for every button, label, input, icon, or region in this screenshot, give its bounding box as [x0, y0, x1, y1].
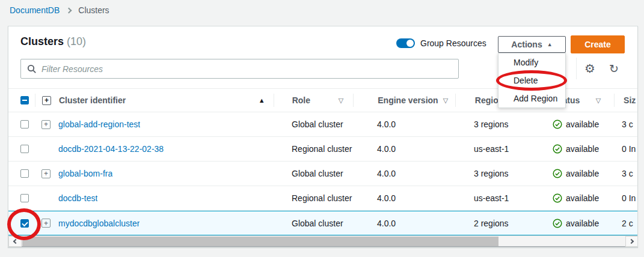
row-checkbox[interactable]	[20, 169, 29, 178]
column-size[interactable]: Siz	[615, 89, 638, 112]
sort-ascending-icon[interactable]: ▲	[259, 97, 265, 104]
available-check-icon	[553, 219, 562, 228]
chevron-left-icon	[13, 239, 18, 244]
menu-item-add-region[interactable]: Add Region	[498, 89, 565, 107]
row-checkbox[interactable]	[20, 120, 29, 128]
status-text: available	[566, 169, 599, 178]
role-cell: Global cluster	[274, 112, 353, 136]
status-cell: available	[544, 112, 613, 136]
breadcrumb-documentdb-link[interactable]: DocumentDB	[10, 5, 60, 15]
breadcrumb-current: Clusters	[78, 5, 109, 15]
cluster-identifier-link[interactable]: mydocdbglobalcluster	[58, 219, 140, 228]
available-check-icon	[553, 169, 562, 178]
actions-button[interactable]: Actions ▲	[498, 36, 566, 53]
role-cell: Global cluster	[274, 211, 353, 235]
size-cell: 3 c	[613, 162, 637, 186]
engine-cell: 4.0.0	[353, 186, 455, 210]
menu-item-modify[interactable]: Modify	[498, 53, 565, 71]
group-resources-label: Group Resources	[420, 38, 486, 48]
select-all-checkbox[interactable]	[20, 96, 29, 104]
table-row: docdb-2021-04-13-22-02-38 Regional clust…	[8, 137, 638, 162]
region-cell: 2 regions	[455, 211, 544, 235]
status-cell: available	[544, 186, 613, 210]
cluster-count: (10)	[67, 35, 86, 47]
cluster-identifier-link[interactable]: global-bom-fra	[58, 169, 112, 178]
expand-all-icon[interactable]: +	[42, 96, 51, 105]
engine-cell: 4.0.0	[353, 211, 455, 235]
toggle-knob	[406, 40, 414, 47]
row-checkbox-checked[interactable]	[20, 219, 29, 228]
scroll-left-button[interactable]	[8, 236, 22, 247]
status-cell: available	[544, 162, 613, 186]
available-check-icon	[553, 193, 562, 203]
horizontal-scrollbar[interactable]	[8, 235, 638, 247]
size-cell: 0 In	[613, 186, 637, 210]
engine-cell: 4.0.0	[353, 137, 455, 161]
page-title: Clusters (10)	[20, 35, 86, 48]
expand-row-icon[interactable]: +	[41, 219, 51, 228]
breadcrumb: DocumentDB Clusters	[10, 5, 109, 15]
expand-row-icon[interactable]: +	[41, 120, 51, 129]
role-cell: Regional cluster	[274, 137, 353, 161]
table-body: + global-add-region-test Global cluster …	[8, 112, 638, 235]
table-row: docdb-test Regional cluster 4.0.0 us-eas…	[8, 186, 638, 211]
chevron-up-icon: ▲	[547, 41, 553, 47]
size-cell: 3 c	[613, 112, 637, 136]
search-icon	[27, 64, 37, 74]
expand-row-icon[interactable]: +	[41, 169, 51, 178]
status-text: available	[566, 119, 599, 129]
scroll-right-button[interactable]	[625, 236, 638, 247]
table-row: + global-bom-fra Global cluster 4.0.0 3 …	[8, 162, 638, 186]
settings-gear-icon[interactable]: ⚙	[581, 60, 598, 77]
clusters-panel: Clusters (10) Group Resources Actions ▲ …	[8, 26, 638, 247]
menu-item-delete[interactable]: Delete	[498, 71, 565, 89]
status-cell: available	[544, 211, 613, 235]
available-check-icon	[553, 119, 562, 129]
scrollbar-thumb[interactable]	[22, 237, 498, 246]
filter-resources-input[interactable]	[41, 64, 452, 74]
filter-resources-box	[20, 59, 459, 79]
actions-dropdown-menu: Modify Delete Add Region	[498, 53, 566, 108]
column-cluster-identifier[interactable]: + Cluster identifier ▲	[35, 89, 274, 112]
cluster-identifier-link[interactable]: docdb-test	[58, 193, 97, 203]
available-check-icon	[553, 144, 562, 154]
status-text: available	[566, 144, 599, 154]
role-cell: Global cluster	[274, 162, 353, 186]
table-row-selected: + mydocdbglobalcluster Global cluster 4.…	[8, 211, 638, 235]
documentdb-clusters-page: DocumentDB Clusters Clusters (10) Group …	[0, 0, 644, 257]
chevron-right-icon	[629, 239, 634, 244]
divider	[576, 58, 577, 79]
group-resources-toggle[interactable]	[396, 38, 415, 48]
engine-cell: 4.0.0	[353, 162, 455, 186]
region-cell: us-east-1	[455, 137, 544, 161]
table-row: + global-add-region-test Global cluster …	[8, 112, 638, 137]
status-text: available	[566, 193, 599, 203]
filter-icon[interactable]: ▽	[443, 97, 448, 104]
status-cell: available	[544, 137, 613, 161]
cluster-identifier-link[interactable]: global-add-region-test	[58, 119, 140, 129]
refresh-icon[interactable]: ↻	[606, 60, 622, 77]
filter-icon[interactable]: ▽	[339, 97, 343, 104]
create-button[interactable]: Create	[571, 35, 625, 53]
chevron-right-icon	[66, 8, 72, 14]
column-role[interactable]: Role ▽	[274, 89, 354, 112]
row-checkbox[interactable]	[20, 194, 29, 202]
cluster-identifier-link[interactable]: docdb-2021-04-13-22-02-38	[58, 144, 164, 154]
size-cell: 0 In	[613, 137, 637, 161]
column-engine-version[interactable]: Engine version ▽	[354, 89, 455, 112]
region-cell: us-east-1	[455, 186, 544, 210]
region-cell: 3 regions	[455, 162, 544, 186]
role-cell: Regional cluster	[274, 186, 353, 210]
region-cell: 3 regions	[455, 112, 544, 136]
row-checkbox[interactable]	[20, 145, 29, 153]
engine-cell: 4.0.0	[353, 112, 455, 136]
status-text: available	[566, 219, 599, 228]
filter-icon[interactable]: ▽	[596, 97, 601, 104]
size-cell: 2 c	[613, 211, 637, 235]
